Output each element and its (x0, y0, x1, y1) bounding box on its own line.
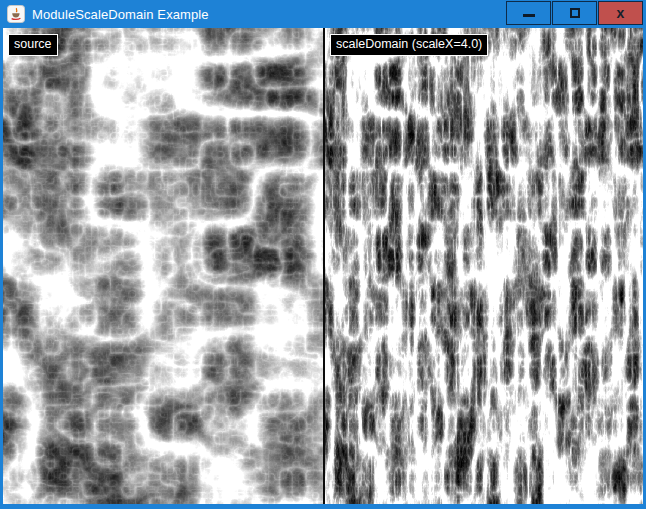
source-label: source (8, 34, 58, 56)
titlebar[interactable]: ModuleScaleDomain Example x (0, 0, 646, 28)
close-button[interactable]: x (598, 1, 643, 25)
close-icon: x (617, 6, 625, 20)
panel-source: source (3, 28, 323, 504)
window-controls: x (506, 1, 643, 25)
java-cup-icon (7, 5, 25, 23)
minimize-button[interactable] (506, 1, 551, 25)
maximize-button[interactable] (552, 1, 597, 25)
app-window: ModuleScaleDomain Example x source scale… (0, 0, 646, 509)
scaledomain-label: scaleDomain (scaleX=4.0) (330, 34, 488, 56)
panel-scaledomain: scaleDomain (scaleX=4.0) (325, 28, 643, 504)
content-area: source scaleDomain (scaleX=4.0) (3, 28, 643, 504)
minimize-icon (523, 14, 535, 17)
window-title: ModuleScaleDomain Example (32, 7, 209, 22)
scaledomain-noise-image (325, 28, 643, 504)
maximize-icon (570, 8, 580, 18)
source-noise-image (3, 28, 323, 504)
